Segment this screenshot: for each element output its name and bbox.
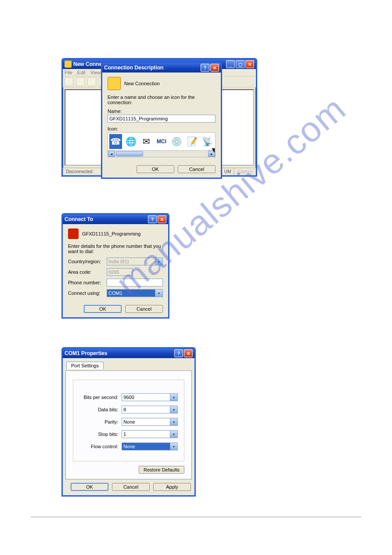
- settings-group: Bits per second: ▾ Data bits: ▾ Parity: …: [73, 380, 184, 461]
- toolbar-save-icon[interactable]: [87, 77, 96, 86]
- help-button[interactable]: ?: [201, 64, 209, 72]
- toolbar-new-icon[interactable]: [65, 77, 73, 86]
- app-icon: [65, 61, 72, 68]
- chevron-down-icon[interactable]: ▾: [155, 290, 162, 297]
- tab-port-settings[interactable]: Port Settings: [66, 362, 104, 369]
- connect-to-dialog: Connect To ? ✕ GFXD11115_Programming Ent…: [61, 213, 169, 319]
- connection-icon: [68, 229, 79, 239]
- icon-option-notepad[interactable]: 📝: [186, 134, 198, 149]
- dialog2-titlebar[interactable]: Connect To ? ✕: [63, 214, 168, 224]
- close-button[interactable]: ✕: [245, 60, 254, 68]
- icon-option-modem[interactable]: ✉: [140, 134, 153, 149]
- scroll-left-icon[interactable]: ◂: [108, 151, 115, 157]
- new-connection-header: New Connection: [124, 81, 160, 86]
- status-um: UM: [221, 168, 234, 175]
- cancel-button[interactable]: Cancel: [178, 165, 216, 173]
- new-connection-icon: [108, 77, 121, 90]
- dialog3-cancel-button[interactable]: Cancel: [112, 483, 150, 491]
- chevron-down-icon: ▾: [155, 258, 162, 265]
- minimize-button[interactable]: _: [226, 60, 235, 68]
- toolbar-open-icon[interactable]: [76, 77, 85, 86]
- dialog3-titlebar[interactable]: COM1 Properties ? ✕: [63, 348, 194, 358]
- databits-combo[interactable]: [122, 406, 178, 414]
- country-label: Country/region:: [68, 259, 103, 264]
- dialog1-titlebar[interactable]: Connection Description ? ✕: [102, 63, 221, 73]
- dialog2-ok-button[interactable]: OK: [84, 305, 122, 313]
- menu-edit[interactable]: Edit: [77, 70, 86, 75]
- icon-option-globe[interactable]: 🌐: [125, 134, 137, 149]
- chevron-down-icon[interactable]: ▾: [170, 443, 177, 450]
- databits-label: Data bits:: [79, 407, 118, 412]
- icon-option-satellite[interactable]: 📡: [201, 134, 214, 149]
- dialog2-cancel-button[interactable]: Cancel: [125, 305, 163, 313]
- status-capture: Capture: [234, 168, 256, 175]
- flow-combo[interactable]: [122, 443, 178, 450]
- ok-button[interactable]: OK: [137, 165, 174, 173]
- icon-label: Icon:: [108, 126, 216, 131]
- connection-description-dialog: Connection Description ? ✕ New Connectio…: [101, 62, 222, 179]
- dialog3-ok-button[interactable]: OK: [71, 483, 108, 491]
- connect-using-combo[interactable]: [107, 289, 163, 297]
- connect-using-label: Connect using:: [68, 290, 103, 296]
- menu-view[interactable]: View: [90, 70, 101, 75]
- name-label: Name:: [108, 109, 216, 114]
- restore-defaults-button[interactable]: Restore Defaults: [139, 466, 184, 474]
- dialog2-title: Connect To: [65, 216, 147, 222]
- icon-option-mci[interactable]: MCI: [155, 134, 168, 149]
- icon-option-disc[interactable]: 💿: [170, 134, 183, 149]
- chevron-down-icon[interactable]: ▾: [170, 431, 177, 438]
- scroll-thumb[interactable]: [116, 151, 143, 156]
- maximize-button[interactable]: ▢: [236, 60, 245, 68]
- bps-label: Bits per second:: [79, 395, 118, 400]
- parity-label: Parity:: [79, 419, 118, 424]
- country-combo: [107, 258, 163, 265]
- dialog3-apply-button[interactable]: Apply: [153, 483, 191, 491]
- area-code-input: [107, 268, 133, 276]
- page-divider: [31, 517, 361, 517]
- parity-combo[interactable]: [122, 418, 178, 426]
- dialog1-instruction: Enter a name and choose an icon for the …: [108, 94, 216, 105]
- connection-name-header: GFXD11115_Programming: [82, 231, 140, 236]
- stopbits-label: Stop bits:: [79, 432, 118, 437]
- chevron-down-icon[interactable]: ▾: [170, 418, 177, 425]
- com1-properties-dialog: COM1 Properties ? ✕ Port Settings Bits p…: [61, 347, 196, 497]
- name-input[interactable]: [108, 115, 216, 123]
- phone-label: Phone number:: [68, 280, 103, 285]
- menu-file[interactable]: File: [65, 70, 72, 75]
- phone-input[interactable]: [107, 279, 163, 287]
- chevron-down-icon[interactable]: ▾: [170, 394, 177, 401]
- port-settings-panel: Bits per second: ▾ Data bits: ▾ Parity: …: [65, 370, 192, 479]
- chevron-down-icon[interactable]: ▾: [170, 406, 177, 413]
- dialog2-close-button[interactable]: ✕: [158, 215, 166, 223]
- flow-label: Flow control:: [79, 444, 118, 449]
- icon-scrollbar[interactable]: ◂ ▸: [108, 151, 216, 157]
- icon-chooser[interactable]: ☎ 🌐 ✉ MCI 💿 📝 📡: [108, 132, 216, 151]
- dialog2-instruction: Enter details for the phone number that …: [68, 243, 163, 254]
- dialog3-title: COM1 Properties: [65, 350, 173, 356]
- dialog3-close-button[interactable]: ✕: [184, 349, 193, 357]
- stopbits-combo[interactable]: [122, 430, 178, 438]
- icon-option-phone-red[interactable]: ☎: [109, 134, 122, 149]
- dialog1-close-button[interactable]: ✕: [210, 64, 219, 72]
- dialog3-help-button[interactable]: ?: [174, 349, 183, 357]
- dialog2-help-button[interactable]: ?: [148, 215, 157, 223]
- bps-combo[interactable]: [122, 393, 178, 401]
- area-code-label: Area code:: [68, 269, 103, 275]
- dialog1-title: Connection Description: [104, 65, 200, 71]
